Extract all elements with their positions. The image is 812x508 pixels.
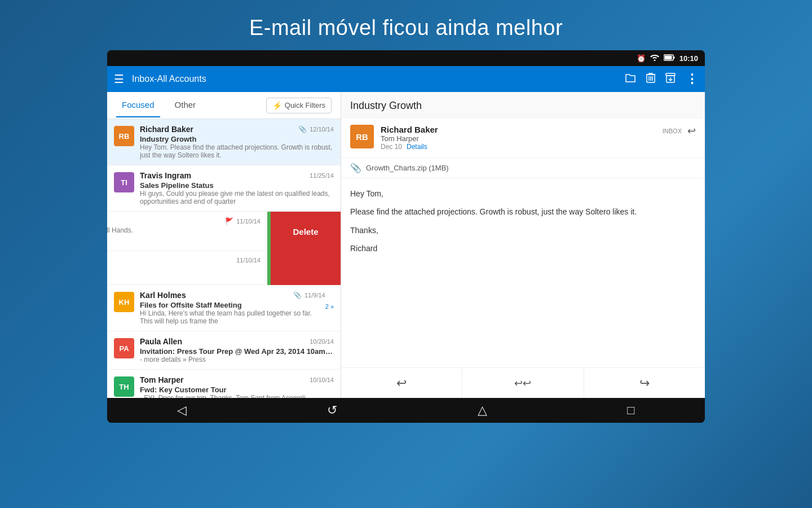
reply-all-button[interactable]: ↩↩ bbox=[462, 368, 584, 398]
email-content: 11/10/14 st update to the bbox=[107, 257, 261, 273]
body-line-1: Hey Tom, bbox=[350, 187, 696, 200]
reply-all-icon: ↩↩ bbox=[514, 377, 531, 389]
flag-icon: 🚩 bbox=[225, 217, 233, 225]
email-content: 🚩 11/10/14 is is the deck for the All Ha… bbox=[107, 217, 261, 241]
svg-rect-2 bbox=[673, 56, 674, 59]
email-date: 11/9/14 bbox=[304, 292, 325, 299]
email-content: Tom Harper 10/10/14 Fwd: Key Customer To… bbox=[140, 375, 334, 398]
email-preview: Hey Tom. Please find the attached projec… bbox=[140, 143, 334, 159]
nav-menu-icon[interactable]: ◁ bbox=[177, 403, 187, 418]
folder-icon[interactable] bbox=[625, 73, 636, 86]
attachment-name: Growth_Charts.zip (1MB) bbox=[366, 164, 449, 172]
list-item[interactable]: KH Karl Holmes 📎 11/9/14 Files for Offsi… bbox=[107, 285, 341, 331]
svg-rect-3 bbox=[664, 55, 672, 59]
svg-point-0 bbox=[654, 59, 655, 61]
attachment-icon: 📎 bbox=[298, 125, 307, 133]
forward-icon: ↪ bbox=[639, 376, 650, 391]
inbox-badge: INBOX bbox=[663, 128, 682, 134]
email-preview: is is the deck for the All Hands. bbox=[107, 226, 261, 234]
count-badge: 2 » bbox=[325, 303, 334, 310]
email-sender: Tom Harper bbox=[140, 375, 184, 384]
app-toolbar: ☰ Inbox-All Accounts bbox=[107, 66, 705, 92]
list-item-swiped2: 11/10/14 st update to the bbox=[107, 251, 341, 285]
main-content: Focused Other ⚡ Quick Filters RB Rich bbox=[107, 92, 705, 398]
email-content: Travis Ingram 11/25/14 Sales Pipeline St… bbox=[140, 171, 334, 205]
list-item[interactable]: RB Richard Baker 📎 12/10/14 Industry Gro… bbox=[107, 119, 341, 165]
toolbar-title: Inbox-All Accounts bbox=[132, 74, 625, 84]
battery-icon bbox=[664, 54, 675, 63]
email-sender: Karl Holmes bbox=[140, 291, 186, 300]
email-body: Hey Tom, Please find the attached projec… bbox=[341, 178, 705, 367]
email-preview: Hi guys, Could you please give me the la… bbox=[140, 190, 334, 205]
avatar: RB bbox=[114, 126, 134, 146]
app-container: ☰ Inbox-All Accounts bbox=[107, 66, 705, 398]
list-item-swiped: Archive Delete 🚩 11/10/14 bbox=[107, 212, 341, 251]
swiped-email-front[interactable]: 🚩 11/10/14 is is the deck for the All Ha… bbox=[107, 212, 267, 251]
android-nav-bar: ◁ ↺ △ □ bbox=[107, 398, 705, 423]
reply-icon[interactable]: ↩ bbox=[687, 125, 696, 137]
email-content: Karl Holmes 📎 11/9/14 Files for Offsite … bbox=[140, 291, 325, 325]
nav-home-icon[interactable]: △ bbox=[478, 403, 487, 418]
email-date: 12/10/14 bbox=[310, 126, 334, 133]
forward-button[interactable]: ↪ bbox=[584, 368, 705, 398]
list-item[interactable]: TI Travis Ingram 11/25/14 Sales Pipeline… bbox=[107, 165, 341, 212]
archive-icon[interactable] bbox=[665, 73, 676, 86]
attachment-bar[interactable]: 📎 Growth_Charts.zip (1MB) bbox=[341, 158, 705, 178]
detail-sender-name: Richard Baker bbox=[381, 125, 663, 134]
alarm-icon: ⏰ bbox=[637, 54, 646, 63]
tab-focused[interactable]: Focused bbox=[116, 93, 160, 117]
delete-icon[interactable] bbox=[646, 72, 655, 86]
body-line-4: Richard bbox=[350, 242, 696, 255]
delete-action[interactable]: Delete bbox=[271, 212, 341, 251]
page-headline: E-mail móvel ficou ainda melhor bbox=[249, 16, 563, 40]
email-content: Richard Baker 📎 12/10/14 Industry Growth… bbox=[140, 125, 334, 159]
detail-recipient: Tom Harper bbox=[381, 134, 663, 143]
email-preview: - FYI. Docs for our trip. Thanks, Tom Se… bbox=[140, 394, 334, 398]
attachment-clip-icon: 📎 bbox=[350, 163, 361, 173]
nav-recents-icon[interactable]: □ bbox=[627, 403, 634, 418]
wifi-icon bbox=[650, 54, 659, 63]
attachment-icon: 📎 bbox=[293, 291, 302, 299]
email-sender: Travis Ingram bbox=[140, 171, 191, 180]
email-content: Paula Allen 10/20/14 Invitation: Press T… bbox=[140, 337, 334, 364]
swiped-email-front2[interactable]: 11/10/14 st update to the bbox=[107, 251, 267, 285]
detail-date: Dec 10 bbox=[381, 143, 402, 151]
email-detail-panel: Industry Growth RB Richard Baker Tom Har… bbox=[341, 92, 705, 398]
delete-action2[interactable] bbox=[271, 251, 341, 285]
avatar: TI bbox=[114, 172, 134, 192]
email-date: 11/10/14 bbox=[236, 218, 261, 225]
email-date: 11/25/14 bbox=[310, 172, 334, 179]
avatar: TH bbox=[114, 376, 134, 397]
detail-date-line: Dec 10 Details bbox=[381, 143, 663, 151]
email-list: RB Richard Baker 📎 12/10/14 Industry Gro… bbox=[107, 119, 341, 398]
email-sender: Richard Baker bbox=[140, 125, 193, 134]
bolt-icon: ⚡ bbox=[272, 101, 282, 110]
email-subject: Files for Offsite Staff Meeting bbox=[140, 301, 325, 309]
email-sender: Paula Allen bbox=[140, 337, 182, 346]
email-preview: Hi Linda, Here's what the team has pulle… bbox=[140, 309, 325, 325]
list-item[interactable]: PA Paula Allen 10/20/14 Invitation: Pres… bbox=[107, 331, 341, 370]
email-subject: Fwd: Key Customer Tour bbox=[140, 386, 334, 394]
detail-footer: ↩ ↩↩ ↪ bbox=[341, 367, 705, 398]
quick-filters-button[interactable]: ⚡ Quick Filters bbox=[266, 98, 332, 113]
detail-sender-info: Richard Baker Tom Harper Dec 10 Details bbox=[381, 125, 663, 151]
email-preview: - more details » Press bbox=[140, 356, 334, 364]
details-link[interactable]: Details bbox=[407, 143, 427, 151]
email-date: 10/20/14 bbox=[310, 338, 334, 345]
list-item[interactable]: TH Tom Harper 10/10/14 Fwd: Key Customer… bbox=[107, 370, 341, 398]
detail-header: Industry Growth bbox=[341, 92, 705, 118]
nav-back-icon[interactable]: ↺ bbox=[327, 403, 337, 418]
email-list-panel: Focused Other ⚡ Quick Filters RB Rich bbox=[107, 92, 341, 398]
tab-other[interactable]: Other bbox=[169, 93, 202, 117]
reply-footer-icon: ↩ bbox=[396, 376, 407, 391]
email-subject: Industry Growth bbox=[140, 135, 334, 143]
email-date: 10/10/14 bbox=[310, 376, 334, 383]
email-date: 11/10/14 bbox=[236, 257, 261, 264]
email-subject: Invitation: Press Tour Prep @ Wed Apr 23… bbox=[140, 347, 334, 356]
detail-email-info: RB Richard Baker Tom Harper Dec 10 Detai… bbox=[341, 118, 705, 158]
more-icon[interactable]: ⋮ bbox=[686, 72, 698, 86]
detail-avatar: RB bbox=[350, 125, 374, 148]
hamburger-icon[interactable]: ☰ bbox=[114, 72, 124, 86]
body-line-3: Thanks, bbox=[350, 224, 696, 237]
reply-button[interactable]: ↩ bbox=[341, 368, 462, 398]
